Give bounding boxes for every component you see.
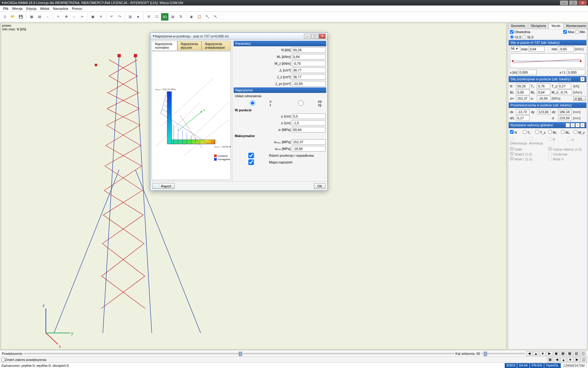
N-value bbox=[516, 83, 530, 89]
report-icon[interactable]: 🖩 bbox=[188, 13, 195, 21]
map-check[interactable] bbox=[234, 159, 268, 165]
core-check[interactable] bbox=[234, 153, 268, 158]
view4-icon[interactable]: ▧ bbox=[573, 351, 579, 356]
layers-icon[interactable]: ▤ bbox=[36, 13, 43, 21]
dlg-close-button[interactable]: ✕ bbox=[319, 34, 326, 39]
dlg-minimize-button[interactable]: — bbox=[304, 34, 311, 39]
p-Jz[interactable] bbox=[292, 74, 326, 80]
max-input[interactable] bbox=[529, 46, 545, 52]
nav-up-icon[interactable]: ▲ bbox=[533, 351, 539, 356]
plot-opt1-icon[interactable]: ▫ bbox=[566, 123, 570, 127]
settings-icon[interactable]: 🔧 bbox=[204, 13, 211, 21]
box3d-icon[interactable]: 3D bbox=[161, 13, 168, 21]
table-icon[interactable]: ☷ bbox=[153, 13, 160, 21]
max-check[interactable] bbox=[563, 30, 567, 34]
sigma-p-button[interactable]: σ (p) bbox=[573, 96, 586, 101]
check-Ty[interactable] bbox=[523, 130, 526, 134]
grid-icon[interactable]: ▦ bbox=[28, 13, 35, 21]
check-Mz[interactable] bbox=[574, 130, 577, 134]
p-Mz[interactable] bbox=[292, 61, 326, 66]
zoom-range-check[interactable] bbox=[1, 358, 5, 362]
tab-geometria[interactable]: Geometria bbox=[508, 23, 528, 29]
plot-opt3-icon[interactable]: + bbox=[575, 123, 580, 127]
p-N[interactable] bbox=[292, 47, 326, 53]
raport-button[interactable]: 📄 Raport bbox=[152, 183, 175, 189]
cut-icon[interactable]: ✂ bbox=[78, 13, 86, 21]
check-Mx[interactable] bbox=[548, 130, 552, 134]
min-check[interactable] bbox=[575, 30, 579, 34]
sections-icon[interactable]: ▥ bbox=[126, 13, 134, 21]
fov-slider[interactable] bbox=[481, 353, 525, 354]
sls-radio[interactable] bbox=[522, 35, 526, 39]
p-Jyz[interactable] bbox=[292, 81, 326, 86]
delete-icon[interactable]: ✕ bbox=[97, 13, 104, 21]
notes-icon[interactable]: 📋 bbox=[196, 13, 203, 21]
redo-icon[interactable]: ↷ bbox=[116, 13, 123, 21]
b2-left[interactable]: ◀ bbox=[554, 357, 560, 362]
new-icon[interactable]: 🗋 bbox=[1, 13, 9, 21]
plot-opt4-icon[interactable]: ≡ bbox=[580, 123, 585, 127]
nav-right-icon[interactable]: ▶ bbox=[546, 351, 552, 356]
open-icon[interactable]: 📂 bbox=[9, 13, 17, 21]
dlg-maximize-button[interactable]: ▢ bbox=[311, 34, 318, 39]
menu-plik[interactable]: Plik bbox=[1, 6, 10, 11]
b2-right[interactable]: ▶ bbox=[574, 357, 580, 362]
check-N[interactable] bbox=[510, 130, 514, 134]
move-icon[interactable]: ✥ bbox=[62, 13, 70, 21]
p-Jy[interactable] bbox=[292, 67, 326, 73]
select-rect-icon[interactable]: ▣ bbox=[89, 13, 96, 21]
view5-icon[interactable]: ◫ bbox=[580, 351, 586, 356]
tool-icon[interactable]: ⛏ bbox=[212, 13, 219, 21]
ygzg-radio[interactable] bbox=[285, 100, 317, 106]
zoom-slider[interactable] bbox=[24, 353, 454, 354]
tab-wyniki[interactable]: Wyniki bbox=[549, 23, 563, 29]
obwiednia-check[interactable] bbox=[510, 30, 514, 34]
xol-input[interactable] bbox=[567, 70, 585, 75]
minimize-button[interactable]: — bbox=[560, 0, 568, 5]
dimension-icon[interactable]: ↔ bbox=[70, 13, 78, 21]
b2-up[interactable]: ▲ bbox=[560, 357, 567, 362]
yz-radio[interactable] bbox=[237, 100, 269, 106]
b2-1[interactable]: ▦ bbox=[547, 357, 553, 362]
menu-pomoc[interactable]: Pomoc bbox=[70, 6, 84, 11]
diagram-icon[interactable]: ⇅ bbox=[177, 13, 184, 21]
check-Tz[interactable] bbox=[535, 130, 539, 134]
component-select[interactable]: Mᵧ ▾ bbox=[510, 46, 520, 52]
ok-button[interactable]: OK bbox=[314, 183, 326, 189]
tab-wymiarowanie[interactable]: Wymiarowanie bbox=[563, 23, 587, 29]
view2-icon[interactable]: ▦ bbox=[560, 351, 566, 356]
expand-icon[interactable]: ▾ bbox=[580, 77, 585, 81]
xm-input[interactable] bbox=[518, 70, 537, 75]
menu-edycja[interactable]: Edycja bbox=[24, 6, 38, 11]
b2-2[interactable]: ◫ bbox=[581, 357, 587, 362]
dtab-reduced[interactable]: Naprężenia zredukowane bbox=[202, 41, 231, 51]
pt-yi[interactable] bbox=[292, 113, 326, 119]
min-input[interactable] bbox=[558, 46, 574, 52]
plot-opt2-icon[interactable]: ▪ bbox=[571, 123, 575, 127]
view3-icon[interactable]: ▩ bbox=[567, 351, 573, 356]
tab-obciazenia[interactable]: Obciążenia bbox=[528, 23, 549, 29]
nav-down-icon[interactable]: ▼ bbox=[540, 351, 546, 356]
dialog-titlebar[interactable]: ✦ Naprężenia w przekroju - pręt nr 737 (… bbox=[150, 33, 327, 40]
pt-zi[interactable] bbox=[292, 120, 326, 126]
filter-icon[interactable]: ▼ bbox=[134, 13, 142, 21]
uls-radio[interactable] bbox=[510, 35, 514, 39]
nav-left-icon[interactable]: ◀ bbox=[526, 351, 532, 356]
pointer-icon[interactable]: ↖ bbox=[55, 13, 62, 21]
p-My[interactable] bbox=[292, 54, 326, 59]
results-table-icon[interactable]: ▤ bbox=[169, 13, 176, 21]
menu-wersja[interactable]: Wersja bbox=[10, 6, 24, 11]
dtab-normal[interactable]: Naprężenia normalne bbox=[152, 41, 177, 51]
tree-icon[interactable]: ⛬ bbox=[44, 13, 51, 21]
calc-icon[interactable]: ⚙ bbox=[145, 13, 153, 21]
dtab-shear[interactable]: Naprężenia styczne bbox=[177, 41, 202, 51]
save-icon[interactable]: 💾 bbox=[17, 13, 24, 21]
view1-icon[interactable]: ▣ bbox=[553, 351, 559, 356]
close-button[interactable]: ✕ bbox=[578, 0, 587, 5]
menu-narzedzia[interactable]: Narzędzia bbox=[51, 6, 70, 11]
menu-widok[interactable]: Widok bbox=[38, 6, 51, 11]
undo-icon[interactable]: ↶ bbox=[108, 13, 115, 21]
check-My[interactable] bbox=[561, 130, 565, 134]
b2-down[interactable]: ▼ bbox=[567, 357, 573, 362]
maximize-button[interactable]: ▢ bbox=[569, 0, 578, 5]
